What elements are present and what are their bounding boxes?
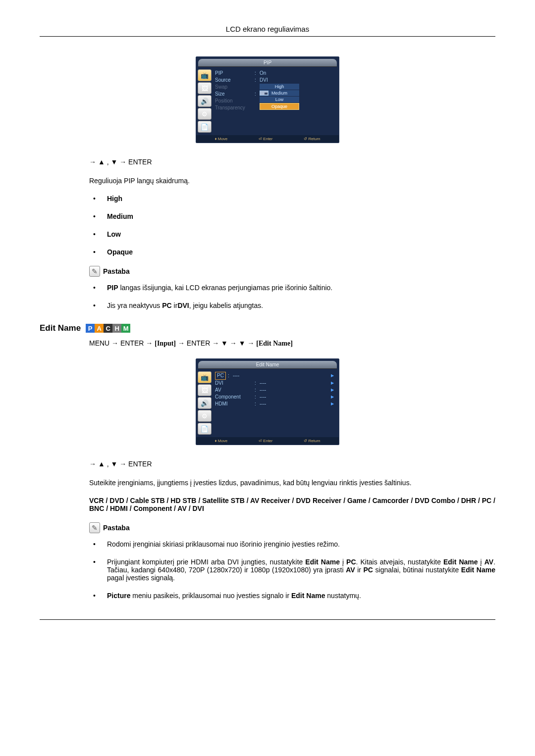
- mode-A-icon: A: [95, 324, 104, 333]
- osd-row-size-label: Size: [215, 91, 255, 98]
- note-item: PIP langas išsijungia, kai LCD ekranas p…: [104, 284, 495, 292]
- opt-medium: Medium: [107, 212, 133, 220]
- note-item: Rodomi įrenginiai skiriasi priklausomai …: [104, 540, 495, 548]
- osd-icon-sound: 🔊: [198, 95, 212, 107]
- osd-icon-picture: 🖼: [198, 384, 212, 396]
- osd-row-position-label: Position: [215, 98, 255, 104]
- osd-row-hdmi-label: HDMI: [215, 401, 255, 407]
- osd-row-pip-value: On: [260, 70, 334, 77]
- transparency-desc: Reguliuoja PIP langų skaidrumą.: [89, 177, 495, 185]
- note-icon: ✎: [89, 266, 100, 277]
- osd-row-dvi-label: DVI: [215, 380, 255, 387]
- osd-row-hdmi-value: ----: [260, 401, 331, 407]
- osd-subitem-opaque: Opaque: [260, 103, 299, 110]
- osd-pip-title: PIP: [198, 59, 337, 67]
- mode-strip: P A C H M: [86, 324, 130, 333]
- osd-footer-move: ♦ Move: [214, 439, 227, 443]
- arrow-right-icon: ▶: [331, 401, 334, 407]
- note-icon: ✎: [89, 522, 100, 533]
- osd-row-component-label: Component: [215, 394, 255, 401]
- osd-editname-figure: Edit Name 📺 🖼 🔊 ⚙ 📄 PC:----▶ DVI:----▶ A…: [40, 358, 495, 445]
- osd-pip-figure: PIP 📺 🖼 🔊 ⚙ 📄 PIP:On Source:DVI Swap Siz…: [40, 56, 495, 143]
- osd-footer-enter: ⏎ Enter: [259, 137, 272, 141]
- mode-C-icon: C: [104, 324, 112, 333]
- arrow-right-icon: ▶: [331, 387, 334, 394]
- osd-row-transparency-label: Transparency: [215, 104, 255, 111]
- osd-row-swap-label: Swap: [215, 84, 255, 91]
- nav-line-transparency: → ▲ , ▼ → ENTER: [89, 158, 495, 166]
- note-label: Pastaba: [103, 524, 130, 532]
- osd-row-av-label: AV: [215, 387, 255, 394]
- osd-row-av-value: ----: [260, 387, 331, 394]
- osd-row-pc-value: ----: [233, 372, 331, 379]
- osd-size-glyph: [260, 91, 268, 96]
- osd-icon-multi: 📄: [198, 121, 212, 133]
- osd-row-source-value: DVI: [260, 77, 334, 84]
- editname-desc: Suteikite įrenginiams, įjungtiems į įves…: [89, 479, 495, 487]
- nav-line-editname: → ▲ , ▼ → ENTER: [89, 460, 495, 468]
- osd-icon-input: 📺: [198, 69, 212, 81]
- osd-row-pc-label: PC: [215, 372, 226, 380]
- osd-icon-setup: ⚙: [198, 108, 212, 120]
- note-item: Prijungiant kompiuterį prie HDMI arba DV…: [104, 558, 495, 582]
- osd-icon-setup: ⚙: [198, 410, 212, 422]
- arrow-right-icon: ▶: [331, 372, 334, 379]
- mode-P-icon: P: [86, 324, 95, 333]
- osd-icon-input: 📺: [198, 371, 212, 383]
- section-title-editname: Edit Name: [40, 323, 81, 333]
- editname-options: VCR / DVD / Cable STB / HD STB / Satelli…: [89, 497, 495, 512]
- osd-editname-title: Edit Name: [198, 361, 337, 369]
- page-title: LCD ekrano reguliavimas: [40, 25, 495, 37]
- osd-footer-return: ↺ Return: [304, 439, 320, 443]
- osd-footer-move: ♦ Move: [214, 137, 227, 141]
- mode-H-icon: H: [112, 324, 121, 333]
- opt-high: High: [107, 195, 122, 202]
- osd-icon-sound: 🔊: [198, 397, 212, 409]
- osd-icon-column: 📺 🖼 🔊 ⚙ 📄: [196, 369, 213, 437]
- osd-row-source-label: Source: [215, 77, 255, 84]
- osd-row-pip-label: PIP: [215, 70, 255, 77]
- arrow-right-icon: ▶: [331, 394, 334, 401]
- note-item: Jis yra neaktyvus PC irDVI, jeigu kabeli…: [104, 302, 495, 309]
- note-label: Pastaba: [103, 267, 130, 275]
- osd-row-component-value: ----: [260, 394, 331, 401]
- mode-M-icon: M: [121, 324, 130, 333]
- nav-line-editname-path: MENU → ENTER → [Input] → ENTER → ▼ → ▼ →…: [89, 339, 495, 348]
- osd-icon-column: 📺 🖼 🔊 ⚙ 📄: [196, 67, 213, 135]
- osd-icon-picture: 🖼: [198, 82, 212, 94]
- osd-footer-return: ↺ Return: [304, 137, 320, 141]
- opt-opaque: Opaque: [107, 248, 133, 256]
- footer-rule: [40, 619, 495, 620]
- note-item: Picture meniu pasikeis, priklausomai nuo…: [104, 592, 495, 600]
- osd-subitem-high: High: [260, 84, 299, 90]
- osd-footer-enter: ⏎ Enter: [259, 439, 272, 443]
- osd-icon-multi: 📄: [198, 423, 212, 435]
- opt-low: Low: [107, 230, 121, 238]
- arrow-right-icon: ▶: [331, 380, 334, 387]
- osd-row-dvi-value: ----: [260, 380, 331, 387]
